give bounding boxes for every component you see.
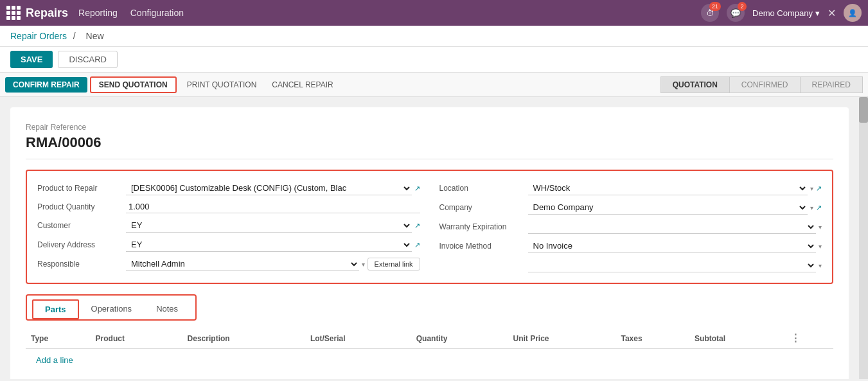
nav-configuration[interactable]: Configuration (130, 8, 184, 18)
tab-operations[interactable]: Operations (79, 299, 145, 319)
customer-select[interactable]: EY (126, 218, 412, 233)
delivery-address-value: EY ↗ (126, 238, 420, 252)
responsible-row: Responsible Mitchell Admin ▾ External li… (37, 257, 420, 271)
location-dropdown-icon: ▾ (810, 185, 813, 192)
top-navigation: Repairs Reporting Configuration ⏱ 21 💬 2… (0, 0, 868, 26)
close-button[interactable]: ✕ (828, 7, 836, 19)
breadcrumb-current: New (86, 31, 104, 41)
warranty-expiration-label: Warranty Expiration (439, 222, 523, 231)
product-quantity-row: Product Quantity (37, 200, 420, 213)
tab-parts[interactable]: Parts (32, 299, 79, 319)
delivery-address-external-link-icon[interactable]: ↗ (414, 241, 420, 249)
nav-reporting[interactable]: Reporting (78, 8, 118, 18)
responsible-value: Mitchell Admin ▾ External link (126, 257, 420, 271)
location-external-link-icon[interactable]: ↗ (816, 184, 822, 193)
col-unit-price: Unit Price (508, 328, 616, 349)
company-dropdown-icon: ▾ (810, 204, 813, 211)
col-product: Product (91, 328, 182, 349)
col-options: ⋮ (785, 328, 833, 349)
customer-external-link-icon[interactable]: ↗ (414, 222, 420, 230)
scrollbar-thumb[interactable] (859, 97, 868, 123)
external-link-tooltip-button[interactable]: External link (368, 258, 420, 270)
page-scroll-area: Repair Reference RMA/00006 Product to Re… (0, 97, 868, 379)
empty-field-dropdown-icon: ▾ (819, 262, 822, 269)
empty-field-row: ▾ (439, 258, 822, 272)
messages-count: 2 (738, 2, 747, 11)
parts-table: Type Product Description Lot/Serial Quan… (26, 328, 833, 371)
col-lot-serial: Lot/Serial (305, 328, 411, 349)
col-description: Description (182, 328, 305, 349)
warranty-dropdown-icon: ▾ (819, 224, 822, 231)
topbar-right: ⏱ 21 💬 2 Demo Company ▾ ✕ 👤 (701, 4, 862, 22)
invoice-method-row: Invoice Method No Invoice ▾ (439, 239, 822, 253)
cancel-repair-button[interactable]: CANCEL REPAIR (264, 77, 341, 93)
repair-reference-value: RMA/00006 (26, 134, 833, 159)
company-field-value: Demo Company ▾ ↗ (528, 200, 822, 215)
action-bar: SAVE DISCARD (0, 47, 868, 73)
breadcrumb-parent[interactable]: Repair Orders (10, 31, 67, 41)
workflow-status: QUOTATION CONFIRMED REPAIRED (660, 76, 863, 93)
responsible-dropdown-icon: ▾ (362, 261, 365, 268)
discard-button[interactable]: DISCARD (58, 51, 118, 68)
product-quantity-value (126, 200, 420, 213)
messages-button[interactable]: 💬 2 (727, 4, 745, 22)
invoice-method-label: Invoice Method (439, 242, 523, 251)
product-to-repair-select[interactable]: [DESK0006] Customizable Desk (CONFIG) (C… (126, 181, 412, 195)
notifications-count: 21 (709, 2, 721, 11)
product-external-link-icon[interactable]: ↗ (414, 184, 420, 193)
top-nav: Reporting Configuration (78, 8, 691, 18)
app-logo[interactable]: Repairs (6, 6, 68, 20)
delivery-address-label: Delivery Address (37, 240, 121, 249)
page-content: Repair Reference RMA/00006 Product to Re… (0, 97, 859, 379)
tab-notes[interactable]: Notes (144, 299, 190, 319)
save-button[interactable]: SAVE (10, 51, 53, 68)
empty-field-select[interactable] (528, 258, 817, 272)
add-line-link[interactable]: Add a line (31, 353, 78, 368)
confirm-repair-button[interactable]: CONFIRM REPAIR (5, 77, 87, 93)
col-type: Type (26, 328, 91, 349)
customer-row: Customer EY ↗ (37, 218, 420, 233)
warranty-expiration-value: ▾ (528, 220, 822, 234)
grid-icon (6, 6, 21, 20)
status-quotation: QUOTATION (660, 76, 730, 93)
workflow-bar: CONFIRM REPAIR SEND QUOTATION PRINT QUOT… (0, 73, 868, 97)
add-line-row: Add a line (26, 349, 833, 372)
table-options-icon[interactable]: ⋮ (790, 333, 801, 344)
product-to-repair-row: Product to Repair [DESK0006] Customizabl… (37, 181, 420, 195)
form-fields-box: Product to Repair [DESK0006] Customizabl… (26, 170, 833, 284)
customer-value: EY ↗ (126, 218, 420, 233)
warranty-expiration-select[interactable] (528, 220, 817, 234)
invoice-method-select[interactable]: No Invoice (528, 239, 817, 253)
location-select[interactable]: WH/Stock (528, 181, 808, 195)
repair-reference-label: Repair Reference (26, 123, 833, 132)
delivery-address-select[interactable]: EY (126, 238, 412, 252)
company-name: Demo Company (752, 8, 813, 18)
col-taxes: Taxes (616, 328, 689, 349)
status-confirmed: CONFIRMED (729, 76, 801, 93)
warranty-expiration-row: Warranty Expiration ▾ (439, 220, 822, 234)
company-selector[interactable]: Demo Company ▾ (752, 8, 820, 18)
location-row: Location WH/Stock ▾ ↗ (439, 181, 822, 195)
send-quotation-button[interactable]: SEND QUOTATION (90, 76, 177, 93)
empty-field-value: ▾ (528, 258, 822, 272)
user-avatar[interactable]: 👤 (844, 4, 862, 22)
company-external-link-icon[interactable]: ↗ (816, 204, 822, 212)
right-form-column: Location WH/Stock ▾ ↗ Company (439, 181, 822, 272)
product-to-repair-value: [DESK0006] Customizable Desk (CONFIG) (C… (126, 181, 420, 195)
scrollbar-track[interactable] (859, 97, 868, 379)
responsible-select[interactable]: Mitchell Admin (126, 257, 359, 271)
add-line-cell: Add a line (26, 349, 833, 372)
company-row: Company Demo Company ▾ ↗ (439, 200, 822, 215)
responsible-label: Responsible (37, 260, 121, 269)
main-form-card: Repair Reference RMA/00006 Product to Re… (10, 107, 849, 379)
notifications-button[interactable]: ⏱ 21 (701, 4, 719, 22)
app-title: Repairs (26, 6, 68, 20)
print-quotation-button[interactable]: PRINT QUOTATION (179, 77, 265, 93)
product-quantity-input[interactable] (126, 200, 420, 213)
tabs-container: Parts Operations Notes (26, 294, 197, 321)
company-dropdown-icon: ▾ (815, 8, 820, 18)
company-select[interactable]: Demo Company (528, 200, 808, 215)
delivery-address-row: Delivery Address EY ↗ (37, 238, 420, 252)
location-value: WH/Stock ▾ ↗ (528, 181, 822, 195)
invoice-method-dropdown-icon: ▾ (819, 243, 822, 250)
